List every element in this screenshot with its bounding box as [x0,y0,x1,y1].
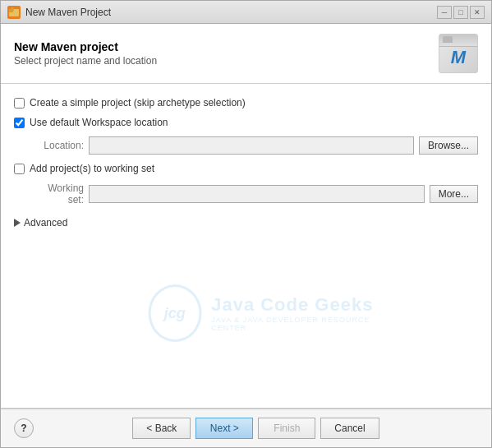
svg-rect-2 [11,7,14,11]
close-button[interactable]: ✕ [470,6,485,19]
working-set-row: Working set: More... [14,182,478,206]
main-window: New Maven Project ─ □ ✕ New Maven projec… [0,0,492,448]
working-set-label: Working set: [30,182,84,206]
maven-logo-icon: M [439,34,478,73]
dialog-header: New Maven project Select project name an… [1,24,491,84]
default-workspace-row: Use default Workspace location [14,117,478,128]
location-input[interactable] [89,136,414,155]
simple-project-checkbox[interactable] [14,98,25,109]
footer-buttons: < Back Next > Finish Cancel [34,418,478,439]
watermark-circle-logo [148,284,201,342]
dialog-subtitle: Select project name and location [14,55,157,67]
maximize-button[interactable]: □ [453,6,468,19]
window-title: New Maven Project [25,7,432,18]
watermark-text-group: Java Code Geeks Java & Java Developer Re… [211,294,393,332]
browse-button[interactable]: Browse... [419,136,478,155]
help-button[interactable]: ? [14,418,34,438]
more-button[interactable]: More... [430,185,478,203]
footer-left: ? [14,418,34,438]
window-controls: ─ □ ✕ [437,6,485,19]
working-set-checkbox-row: Add project(s) to working set [14,163,478,174]
location-label: Location: [30,140,84,151]
advanced-label: Advanced [24,217,67,229]
back-button[interactable]: < Back [132,418,191,439]
default-workspace-checkbox[interactable] [14,118,25,128]
folder-tab [443,36,453,43]
finish-button[interactable]: Finish [258,418,315,439]
dialog-title: New Maven project [14,40,157,53]
default-workspace-label[interactable]: Use default Workspace location [30,117,168,128]
minimize-button[interactable]: ─ [437,6,452,19]
advanced-expand-icon [14,219,21,227]
location-row: Location: Browse... [14,136,478,155]
add-working-set-checkbox[interactable] [14,164,25,174]
watermark-logo: Java Code Geeks Java & Java Developer Re… [148,284,393,342]
watermark-brand: Java Code Geeks [211,294,393,316]
add-working-set-label[interactable]: Add project(s) to working set [30,163,154,174]
watermark: Java Code Geeks Java & Java Developer Re… [148,284,393,342]
watermark-tagline: Java & Java Developer Resource Center [211,316,393,332]
title-bar: New Maven Project ─ □ ✕ [1,1,491,24]
working-set-input[interactable] [89,185,425,203]
simple-project-label[interactable]: Create a simple project (skip archetype … [30,97,246,109]
advanced-row[interactable]: Advanced [14,214,478,229]
header-text-group: New Maven project Select project name an… [14,40,157,67]
dialog-footer: ? < Back Next > Finish Cancel [1,409,491,447]
next-button[interactable]: Next > [195,418,253,439]
window-icon [7,6,21,19]
dialog-content: Create a simple project (skip archetype … [1,84,491,408]
cancel-button[interactable]: Cancel [320,418,379,439]
simple-project-row: Create a simple project (skip archetype … [14,97,478,109]
